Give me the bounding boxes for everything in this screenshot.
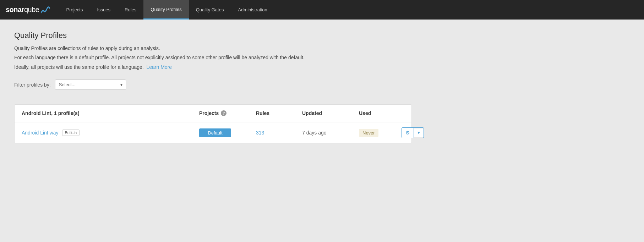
nav-rules[interactable]: Rules bbox=[118, 0, 143, 20]
col-projects-label: Projects bbox=[199, 110, 219, 116]
logo-bold: sonar bbox=[6, 6, 24, 13]
learn-more-link[interactable]: Learn More bbox=[147, 64, 172, 70]
logo-text: sonarqube bbox=[6, 6, 39, 14]
col-projects-header: Projects ? bbox=[199, 110, 256, 116]
gear-dropdown-button[interactable]: ⚙ ▼ bbox=[402, 127, 424, 138]
description-line3: Ideally, all projects will use the same … bbox=[14, 63, 412, 71]
never-badge: Never bbox=[359, 129, 378, 137]
nav-quality-profiles[interactable]: Quality Profiles bbox=[143, 0, 189, 20]
description-line1: Quality Profiles are collections of rule… bbox=[14, 44, 412, 52]
profiles-card: Android Lint, 1 profile(s) Projects ? Ru… bbox=[14, 104, 412, 143]
profile-name-link[interactable]: Android Lint way bbox=[22, 130, 59, 136]
nav-issues[interactable]: Issues bbox=[90, 0, 118, 20]
logo-light: qube bbox=[24, 6, 39, 13]
description-line2: For each language there is a default pro… bbox=[14, 54, 412, 61]
col-updated-header: Updated bbox=[302, 110, 359, 116]
actions-cell: ⚙ ▼ bbox=[402, 127, 424, 138]
nav-links: Projects Issues Rules Quality Profiles Q… bbox=[59, 0, 274, 20]
builtin-badge: Built-in bbox=[62, 130, 80, 136]
profile-projects-cell: Default bbox=[199, 128, 256, 137]
logo-wave-icon bbox=[40, 6, 50, 14]
col-rules-header: Rules bbox=[256, 110, 302, 116]
section-divider bbox=[14, 97, 412, 97]
projects-help-icon[interactable]: ? bbox=[221, 110, 227, 116]
group-title: Android Lint, 1 profile(s) bbox=[22, 110, 199, 116]
main-nav: sonarqube Projects Issues Rules Quality … bbox=[0, 0, 644, 20]
profile-name-cell: Android Lint way Built-in bbox=[22, 130, 199, 136]
default-badge[interactable]: Default bbox=[199, 128, 231, 137]
profiles-table-header: Android Lint, 1 profile(s) Projects ? Ru… bbox=[15, 105, 411, 122]
nav-projects[interactable]: Projects bbox=[59, 0, 90, 20]
filter-row: Filter profiles by: Select... bbox=[14, 79, 412, 90]
filter-select[interactable]: Select... bbox=[55, 79, 126, 90]
logo[interactable]: sonarqube bbox=[6, 6, 50, 14]
used-cell: Never bbox=[359, 130, 402, 136]
main-content: Quality Profiles Quality Profiles are co… bbox=[0, 20, 426, 155]
col-used-header: Used bbox=[359, 110, 402, 116]
nav-quality-gates[interactable]: Quality Gates bbox=[189, 0, 231, 20]
description-line3-text: Ideally, all projects will use the same … bbox=[14, 64, 144, 70]
table-row: Android Lint way Built-in Default 313 7 … bbox=[15, 122, 411, 143]
filter-select-wrapper: Select... bbox=[55, 79, 126, 90]
chevron-down-icon: ▼ bbox=[414, 128, 424, 137]
gear-icon: ⚙ bbox=[402, 128, 414, 138]
nav-administration[interactable]: Administration bbox=[231, 0, 274, 20]
rules-count[interactable]: 313 bbox=[256, 130, 302, 136]
filter-label: Filter profiles by: bbox=[14, 82, 51, 88]
page-title: Quality Profiles bbox=[14, 31, 412, 40]
updated-text: 7 days ago bbox=[302, 130, 359, 136]
